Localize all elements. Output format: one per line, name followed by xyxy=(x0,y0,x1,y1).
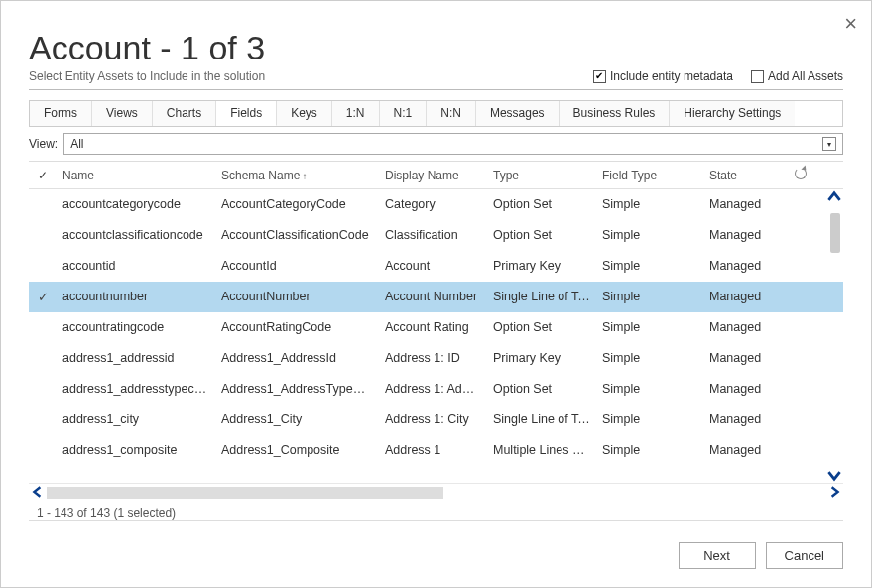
tab-charts[interactable]: Charts xyxy=(153,101,216,126)
refresh-button[interactable] xyxy=(789,168,812,182)
hscroll-thumb[interactable] xyxy=(47,487,443,499)
row-checkbox[interactable]: ✓ xyxy=(29,290,57,304)
column-schema[interactable]: Schema Name↑ xyxy=(215,169,379,182)
table-row[interactable]: address1_compositeAddress1_CompositeAddr… xyxy=(29,435,843,466)
cell-name: accountcategorycode xyxy=(57,197,215,211)
hscroll-track[interactable] xyxy=(47,487,825,499)
cell-fieldtype: Simple xyxy=(596,228,703,242)
add-all-checkbox-icon[interactable] xyxy=(751,70,764,83)
table-row[interactable]: accountclassificationcodeAccountClassifi… xyxy=(29,220,843,251)
cell-fieldtype: Simple xyxy=(596,382,703,396)
view-select[interactable]: All ▾ xyxy=(63,133,843,155)
tab-n-n[interactable]: N:N xyxy=(427,101,476,126)
cell-schema: Address1_AddressTypeCode xyxy=(215,382,379,396)
chevron-down-icon[interactable]: ▾ xyxy=(822,137,836,151)
cell-type: Multiple Lines of… xyxy=(487,443,596,457)
scroll-left-icon[interactable] xyxy=(29,484,47,502)
cell-state: Managed xyxy=(703,259,789,273)
cell-name: accountclassificationcode xyxy=(57,228,215,242)
column-type[interactable]: Type xyxy=(487,169,596,182)
cell-type: Option Set xyxy=(487,320,596,334)
cell-display: Classification xyxy=(379,228,487,242)
cell-state: Managed xyxy=(703,320,789,334)
select-all-checkbox[interactable]: ✓ xyxy=(29,169,57,182)
tab-hierarchy-settings[interactable]: Hierarchy Settings xyxy=(670,101,795,126)
cell-name: accountid xyxy=(57,259,215,273)
table-row[interactable]: address1_addresstypecodeAddress1_Address… xyxy=(29,374,843,405)
dialog: × Account - 1 of 3 Select Entity Assets … xyxy=(1,1,871,587)
view-label: View: xyxy=(29,137,58,151)
include-metadata-option[interactable]: Include entity metadata xyxy=(593,69,733,83)
cell-fieldtype: Simple xyxy=(596,351,703,365)
page-title: Account - 1 of 3 xyxy=(29,29,843,67)
cell-fieldtype: Simple xyxy=(596,290,703,303)
cell-name: address1_city xyxy=(57,412,215,426)
cell-schema: AccountRatingCode xyxy=(215,320,379,334)
table-row[interactable]: address1_addressidAddress1_AddressIdAddr… xyxy=(29,343,843,374)
status-text: 1 - 143 of 143 (1 selected) xyxy=(29,501,843,520)
cell-display: Account Number xyxy=(379,290,487,303)
scrollbar-thumb[interactable] xyxy=(830,213,840,253)
tab-business-rules[interactable]: Business Rules xyxy=(560,101,671,126)
cell-type: Primary Key xyxy=(487,259,596,273)
cell-fieldtype: Simple xyxy=(596,320,703,334)
tab-views[interactable]: Views xyxy=(92,101,153,126)
table-row[interactable]: ✓accountnumberAccountNumberAccount Numbe… xyxy=(29,282,843,312)
cell-name: address1_addresstypecode xyxy=(57,382,215,396)
tab-forms[interactable]: Forms xyxy=(30,101,92,126)
scroll-down-icon[interactable] xyxy=(826,467,842,483)
vertical-scrollbar[interactable] xyxy=(825,189,843,483)
cell-fieldtype: Simple xyxy=(596,443,703,457)
footer: Next Cancel xyxy=(29,542,843,569)
tab-fields[interactable]: Fields xyxy=(216,101,277,126)
cell-display: Address 1: ID xyxy=(379,351,487,365)
cell-name: accountratingcode xyxy=(57,320,215,334)
tab-messages[interactable]: Messages xyxy=(476,101,560,126)
add-all-option[interactable]: Add All Assets xyxy=(751,69,843,83)
close-icon[interactable]: × xyxy=(844,11,857,37)
grid-header: ✓ Name Schema Name↑ Display Name Type Fi… xyxy=(29,162,843,189)
table-row[interactable]: accountidAccountIdAccountPrimary KeySimp… xyxy=(29,251,843,282)
cell-state: Managed xyxy=(703,197,789,211)
cell-display: Account Rating xyxy=(379,320,487,334)
horizontal-scrollbar[interactable] xyxy=(29,483,843,501)
scroll-right-icon[interactable] xyxy=(825,484,843,502)
cell-type: Option Set xyxy=(487,228,596,242)
cell-name: accountnumber xyxy=(57,290,215,303)
view-selected-value: All xyxy=(70,137,83,151)
cell-display: Address 1 xyxy=(379,443,487,457)
cancel-button[interactable]: Cancel xyxy=(766,542,843,569)
cell-type: Single Line of Text xyxy=(487,290,596,303)
cell-fieldtype: Simple xyxy=(596,197,703,211)
tab-keys[interactable]: Keys xyxy=(277,101,332,126)
cell-schema: AccountCategoryCode xyxy=(215,197,379,211)
cell-schema: AccountClassificationCode xyxy=(215,228,379,242)
cell-state: Managed xyxy=(703,412,789,426)
grid-body: accountcategorycodeAccountCategoryCodeCa… xyxy=(29,189,843,483)
add-all-label: Add All Assets xyxy=(768,69,843,83)
cell-schema: AccountId xyxy=(215,259,379,273)
tabs-container: FormsViewsChartsFieldsKeys1:NN:1N:NMessa… xyxy=(29,100,843,127)
column-name[interactable]: Name xyxy=(57,169,215,182)
cell-state: Managed xyxy=(703,382,789,396)
cell-state: Managed xyxy=(703,228,789,242)
column-state[interactable]: State xyxy=(703,169,789,182)
options: Include entity metadata Add All Assets xyxy=(593,69,843,83)
table-row[interactable]: address1_cityAddress1_CityAddress 1: Cit… xyxy=(29,405,843,435)
subtitle: Select Entity Assets to Include in the s… xyxy=(29,69,265,83)
include-metadata-label: Include entity metadata xyxy=(610,69,733,83)
tab-n-1[interactable]: N:1 xyxy=(380,101,428,126)
column-display[interactable]: Display Name xyxy=(379,169,487,182)
cell-type: Option Set xyxy=(487,197,596,211)
view-row: View: All ▾ xyxy=(29,133,843,155)
table-row[interactable]: accountcategorycodeAccountCategoryCodeCa… xyxy=(29,189,843,220)
table-row[interactable]: accountratingcodeAccountRatingCodeAccoun… xyxy=(29,312,843,343)
cell-state: Managed xyxy=(703,290,789,303)
subtitle-row: Select Entity Assets to Include in the s… xyxy=(29,69,843,90)
tab-1-n[interactable]: 1:N xyxy=(332,101,380,126)
next-button[interactable]: Next xyxy=(679,542,756,569)
cell-display: Address 1: Addr… xyxy=(379,382,487,396)
scroll-up-icon[interactable] xyxy=(826,189,842,205)
include-metadata-checkbox-icon[interactable] xyxy=(593,70,606,83)
column-fieldtype[interactable]: Field Type xyxy=(596,169,703,182)
